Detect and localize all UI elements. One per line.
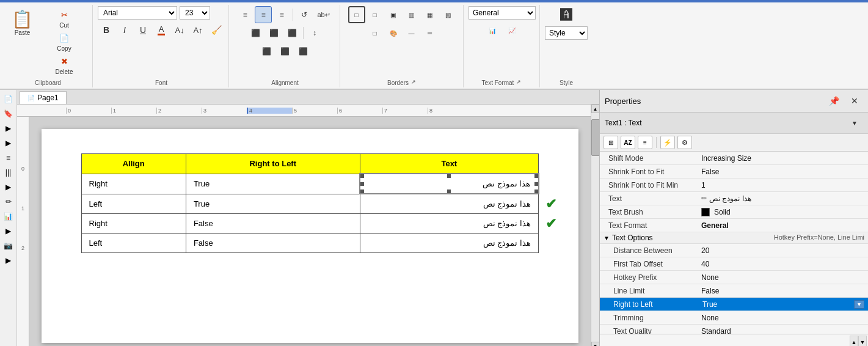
border-btn-7[interactable]: □ — [367, 24, 384, 42]
prop-val: 1 — [698, 180, 868, 191]
cell-text: هذا نموذج نص ✔ — [360, 194, 538, 214]
cut-icon: ✂ — [61, 10, 68, 20]
props-scroll-up[interactable]: ▲ — [850, 336, 858, 346]
border-btn-6[interactable]: ▧ — [440, 6, 457, 23]
align-top-center[interactable]: ≡ — [255, 6, 272, 23]
border-btn-4[interactable]: ▥ — [403, 6, 420, 23]
sidebar-icon-8[interactable]: ✏ — [2, 195, 15, 208]
props-lightning-btn[interactable]: ⚡ — [660, 136, 675, 149]
color-swatch — [701, 208, 710, 216]
col-header-text: Text — [360, 154, 538, 174]
align-left[interactable]: ⬛ — [258, 43, 275, 60]
scroll-up-btn[interactable]: ▲ — [591, 105, 600, 113]
expand-icon: ▼ — [604, 235, 610, 241]
scroll-thumb[interactable] — [591, 119, 600, 156]
font-name-select[interactable]: Arial — [98, 6, 177, 20]
paste-button[interactable]: 📋 Paste — [7, 6, 37, 43]
border-btn-3[interactable]: ▣ — [385, 6, 402, 23]
fill-color-button[interactable]: 🎨 — [385, 24, 402, 42]
font-label: Font — [155, 79, 167, 86]
italic-button[interactable]: I — [116, 21, 133, 39]
align-mid-center[interactable]: ⬛ — [265, 24, 282, 42]
props-object-expand[interactable]: ▼ — [846, 114, 863, 131]
style-icon-button[interactable]: 🅰 — [557, 6, 575, 24]
sidebar-icon-3[interactable]: ▶ — [2, 122, 15, 135]
border-btn-5[interactable]: ▦ — [421, 6, 439, 23]
col-header-rtl: Right to Left — [186, 154, 360, 174]
align-center[interactable]: ⬛ — [277, 43, 294, 60]
rotate-button[interactable]: ↺ — [296, 6, 313, 23]
props-header: Properties 📌 ✕ — [600, 90, 868, 112]
vertical-scrollbar[interactable]: ▲ ▼ — [591, 105, 599, 346]
clear-format-button[interactable]: 🧹 — [208, 21, 225, 39]
align-mid-right[interactable]: ⬛ — [283, 24, 301, 42]
sidebar-icon-6[interactable]: ||| — [2, 166, 15, 179]
cut-button[interactable]: ✂ Cut — [40, 9, 89, 31]
align-right[interactable]: ⬛ — [295, 43, 312, 60]
table-row: Left True هذا نموذج نص ✔ — [81, 194, 539, 214]
align-mid-left[interactable]: ⬛ — [247, 24, 264, 42]
prop-val: None — [698, 312, 868, 323]
sidebar-icon-7[interactable]: ▶ — [2, 180, 15, 194]
prop-text-options-section[interactable]: ▼ Text Options Hotkey Prefix=None, Line … — [600, 232, 868, 244]
prop-dropdown-btn[interactable]: ▼ — [854, 300, 864, 309]
indent-decrease[interactable]: ↕ — [306, 24, 323, 42]
font-color-button[interactable]: A — [153, 21, 170, 39]
sidebar-icon-10[interactable]: ▶ — [2, 224, 15, 238]
wrap-text-button[interactable]: ab↵ — [314, 6, 333, 23]
underline-button[interactable]: U — [134, 21, 151, 39]
table-row: Right False هذا نموذج نص ✔ — [81, 214, 539, 234]
prop-key: Text Brush — [600, 207, 698, 218]
sidebar-icon-12[interactable]: ▶ — [2, 254, 15, 267]
right-to-left-input[interactable] — [701, 300, 854, 309]
sidebar-icon-11[interactable]: 📷 — [2, 239, 15, 252]
tab-page1[interactable]: 📄 Page1 — [20, 91, 67, 104]
sidebar-icon-2[interactable]: 🔖 — [2, 107, 15, 120]
delete-button[interactable]: ✖ Delete — [40, 55, 89, 77]
borders-group: □ □ ▣ ▥ ▦ ▧ □ 🎨 — ═ Borders ↗ — [341, 5, 464, 87]
align-top-right[interactable]: ≡ — [273, 6, 290, 23]
font-grow-button[interactable]: A↑ — [189, 21, 206, 39]
text-format-btn2[interactable]: 📈 — [503, 22, 520, 39]
border-btn-2[interactable]: □ — [367, 6, 384, 23]
prop-val: 20 — [698, 245, 868, 256]
properties-panel: Properties 📌 ✕ Text1 : Text ▼ ⊞ AZ ≡ — [599, 90, 868, 346]
props-categorized-btn[interactable]: ⊞ — [604, 136, 618, 149]
border-btn-1[interactable]: □ — [348, 6, 365, 23]
props-close-button[interactable]: ✕ — [846, 92, 863, 109]
style-group: 🅰 Style Style — [541, 5, 591, 87]
sidebar-icon-9[interactable]: 📊 — [2, 210, 15, 223]
lightning-icon: ⚡ — [663, 139, 672, 147]
props-header-icons: 📌 ✕ — [825, 92, 863, 109]
line-style-button[interactable]: ═ — [421, 24, 439, 42]
copy-button[interactable]: 📄 Copy — [40, 32, 89, 54]
prop-right-to-left[interactable]: Right to Left ▼ — [600, 298, 868, 311]
prop-val: ▼ — [698, 298, 868, 311]
sidebar-icon-5[interactable]: ≡ — [2, 151, 15, 164]
borders-expand[interactable]: ↗ — [410, 78, 417, 86]
props-pin-button[interactable]: 📌 — [825, 92, 842, 109]
props-alpha-btn[interactable]: AZ — [621, 136, 635, 149]
prop-val: False — [698, 285, 868, 296]
sidebar-icon-1[interactable]: 📄 — [2, 92, 15, 106]
col-header-align: Allign — [81, 154, 186, 174]
text-format-dropdown[interactable]: General — [469, 6, 536, 20]
borders-label: Borders — [387, 79, 409, 86]
font-size-select[interactable]: 23 — [180, 6, 210, 20]
canvas-scroll[interactable]: 0 1 2 Allign — [17, 117, 591, 346]
font-shrink-button[interactable]: A↓ — [171, 21, 188, 39]
props-pages-btn[interactable]: ≡ — [638, 136, 652, 149]
sidebar-icon-4[interactable]: ▶ — [2, 136, 15, 150]
style-dropdown[interactable]: Style — [545, 26, 588, 40]
text-format-expand[interactable]: ↗ — [515, 78, 522, 86]
line-color-button[interactable]: — — [403, 24, 420, 42]
props-scroll-down[interactable]: ▼ — [858, 336, 867, 346]
props-gear-btn[interactable]: ⚙ — [677, 136, 692, 149]
page-canvas: Allign Right to Left Text Right — [29, 117, 591, 346]
scroll-down-btn[interactable]: ▼ — [591, 342, 600, 346]
page: Allign Right to Left Text Right — [42, 129, 578, 343]
prop-key: First Tab Offset — [600, 259, 698, 270]
text-format-btn1[interactable]: 📊 — [484, 22, 501, 39]
align-top-left[interactable]: ≡ — [236, 6, 253, 23]
bold-button[interactable]: B — [98, 21, 115, 39]
